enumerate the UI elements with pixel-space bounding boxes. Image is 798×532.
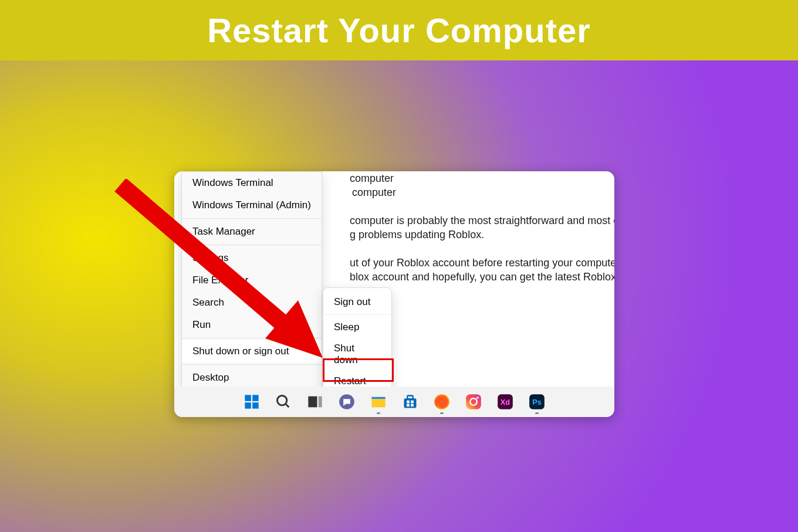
menu-file-explorer[interactable]: File Explorer <box>182 269 322 292</box>
svg-point-20 <box>476 397 479 399</box>
menu-desktop[interactable]: Desktop <box>182 367 322 389</box>
divider <box>182 364 322 365</box>
menu-run[interactable]: Run <box>182 314 322 336</box>
submenu-sleep[interactable]: Sleep <box>323 317 391 338</box>
running-indicator <box>377 412 380 414</box>
page-title: Restart Your Computer <box>207 11 591 50</box>
menu-windows-terminal[interactable]: Windows Terminal <box>182 172 322 194</box>
svg-line-5 <box>286 404 289 408</box>
divider <box>182 338 322 338</box>
chat-icon[interactable] <box>338 393 356 411</box>
running-indicator <box>440 412 444 414</box>
running-indicator <box>535 412 539 414</box>
divider <box>182 218 322 219</box>
svg-rect-12 <box>407 396 412 399</box>
svg-text:Xd: Xd <box>501 398 510 406</box>
text-line: blox account and hopefully, you can get … <box>350 270 614 284</box>
svg-rect-2 <box>245 402 251 409</box>
svg-rect-11 <box>404 398 417 408</box>
svg-rect-6 <box>308 397 317 408</box>
svg-rect-13 <box>407 401 410 404</box>
menu-shutdown-signout[interactable]: Shut down or sign out <box>182 340 322 362</box>
winx-context-menu: Windows Terminal Windows Terminal (Admin… <box>181 171 322 393</box>
microsoft-store-icon[interactable] <box>401 393 419 411</box>
menu-task-manager[interactable]: Task Manager <box>182 221 322 243</box>
taskbar: Xd Ps <box>174 387 614 417</box>
power-submenu: Sign out Sleep Shut down Restart <box>323 287 392 396</box>
search-icon[interactable] <box>275 393 292 411</box>
menu-windows-terminal-admin[interactable]: Windows Terminal (Admin) <box>182 194 322 216</box>
text-line: ut of your Roblox account before restart… <box>350 256 614 270</box>
file-explorer-icon[interactable] <box>370 393 387 411</box>
text-line: computer <box>350 171 614 185</box>
adobe-xd-icon[interactable]: Xd <box>496 393 514 411</box>
svg-rect-15 <box>407 404 410 407</box>
menu-settings[interactable]: Settings <box>182 247 322 269</box>
title-bar: Restart Your Computer <box>0 0 798 60</box>
article-text: computer computer computer is probably t… <box>324 171 614 284</box>
firefox-icon[interactable] <box>433 393 451 411</box>
submenu-shutdown[interactable]: Shut down <box>323 338 391 371</box>
svg-rect-3 <box>252 402 259 409</box>
svg-rect-18 <box>466 394 481 409</box>
task-view-icon[interactable] <box>306 393 324 411</box>
text-line: computer <box>352 185 614 199</box>
svg-point-4 <box>278 396 287 405</box>
instagram-icon[interactable] <box>465 393 482 411</box>
screenshot-panel: computer computer computer is probably t… <box>174 171 614 417</box>
text-line: g problems updating Roblox. <box>350 228 614 242</box>
svg-rect-14 <box>411 401 414 404</box>
svg-rect-16 <box>411 404 414 407</box>
photoshop-icon[interactable]: Ps <box>528 393 546 411</box>
svg-rect-10 <box>371 399 385 407</box>
divider <box>323 314 391 315</box>
svg-rect-7 <box>319 397 322 408</box>
svg-rect-0 <box>245 395 251 401</box>
submenu-signout[interactable]: Sign out <box>323 292 391 313</box>
menu-search[interactable]: Search <box>182 292 322 314</box>
svg-rect-1 <box>252 395 259 401</box>
start-icon[interactable] <box>243 393 261 411</box>
svg-rect-9 <box>371 397 385 399</box>
divider <box>182 245 322 245</box>
text-line: computer is probably the most straightfo… <box>350 214 614 228</box>
svg-text:Ps: Ps <box>532 398 542 406</box>
